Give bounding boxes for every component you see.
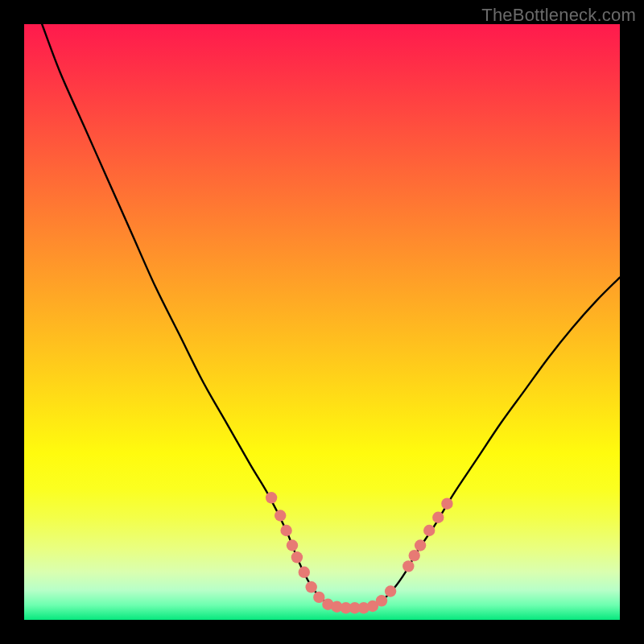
data-dot <box>299 567 310 578</box>
data-dot <box>423 525 435 536</box>
data-dot <box>441 498 452 510</box>
data-dot <box>291 551 303 563</box>
data-dot <box>280 525 291 536</box>
data-dot <box>402 560 414 572</box>
data-dot <box>415 539 426 551</box>
plot-area <box>24 24 620 620</box>
curve-layer <box>24 24 620 620</box>
data-dot <box>385 585 396 597</box>
bottleneck-curve <box>42 24 620 608</box>
data-dot <box>305 581 316 592</box>
data-dot <box>376 595 387 606</box>
data-dot <box>432 512 444 523</box>
data-dot <box>266 492 277 503</box>
chart-frame: TheBottleneck.com <box>0 0 644 644</box>
data-dot <box>287 539 298 551</box>
data-dot <box>409 550 420 561</box>
data-dot <box>275 510 286 521</box>
watermark-text: TheBottleneck.com <box>481 5 636 26</box>
